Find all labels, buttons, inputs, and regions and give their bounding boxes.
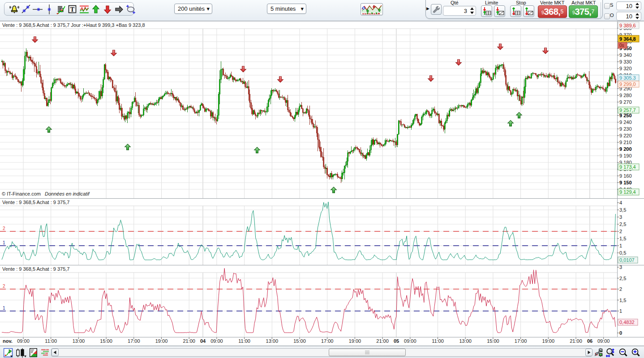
svg-text:9 330: 9 330 — [619, 59, 632, 64]
svg-text:2: 2 — [3, 284, 5, 289]
svg-text:06: 06 — [587, 338, 592, 344]
svg-text:3,5: 3,5 — [619, 207, 626, 213]
svg-text:T: T — [70, 6, 75, 13]
svg-text:Vente : 9 368,5 Achat : 9 375,: Vente : 9 368,5 Achat : 9 375,7 — [2, 200, 69, 205]
svg-text:9 257,7: 9 257,7 — [619, 107, 636, 113]
svg-text:9 190: 9 190 — [619, 153, 632, 158]
svg-text:1: 1 — [3, 306, 5, 311]
svg-text:9 270: 9 270 — [619, 99, 632, 105]
svg-text:Vente : 9 368,5 Achat : 9 375,: Vente : 9 368,5 Achat : 9 375,7 — [2, 266, 69, 272]
svg-text:0: 0 — [619, 330, 622, 336]
svg-text:2: 2 — [619, 229, 622, 234]
svg-text:0,0107: 0,0107 — [619, 257, 635, 263]
svg-text:9 240: 9 240 — [619, 119, 632, 125]
svg-text:9 200: 9 200 — [619, 146, 632, 152]
svg-text:2,5: 2,5 — [619, 276, 626, 281]
svg-text:0,4832: 0,4832 — [619, 320, 635, 325]
svg-text:9 220: 9 220 — [619, 133, 632, 138]
svg-text:9 250: 9 250 — [619, 113, 632, 118]
svg-text:Données en indicatif: Données en indicatif — [45, 191, 90, 196]
svg-text:1,5: 1,5 — [619, 236, 626, 241]
svg-text:9 160: 9 160 — [619, 173, 632, 179]
svg-text:9 340: 9 340 — [619, 52, 632, 58]
svg-text:2: 2 — [619, 286, 622, 292]
svg-text:9 129,4: 9 129,4 — [619, 189, 636, 195]
svg-text:4: 4 — [619, 200, 622, 205]
svg-text:Vente : 9 368,5 Achat : 9 375,: Vente : 9 368,5 Achat : 9 375,7 Jour :+H… — [2, 22, 145, 28]
svg-text:1: 1 — [619, 308, 622, 314]
svg-text:05: 05 — [394, 338, 399, 344]
svg-text:9 389,6: 9 389,6 — [619, 23, 636, 28]
svg-text:9 320: 9 320 — [619, 66, 632, 71]
svg-text:2: 2 — [3, 226, 5, 231]
svg-text:2,5: 2,5 — [619, 222, 626, 227]
svg-text:9 299,0: 9 299,0 — [619, 81, 636, 87]
svg-text:© IT-Finance.com: © IT-Finance.com — [2, 191, 41, 196]
svg-text:0s: 0s — [619, 43, 624, 48]
svg-text:9 150: 9 150 — [619, 180, 632, 185]
svg-text:1: 1 — [3, 240, 5, 245]
svg-text:9 210: 9 210 — [619, 140, 632, 145]
svg-text:04: 04 — [200, 338, 206, 344]
svg-text:9 364,8: 9 364,8 — [619, 36, 636, 42]
svg-text:0,5: 0,5 — [619, 250, 626, 256]
svg-text:1: 1 — [619, 243, 622, 248]
svg-text:3: 3 — [619, 214, 622, 220]
svg-text:9 173,4: 9 173,4 — [619, 164, 636, 170]
svg-text:9 305.3: 9 305.3 — [619, 75, 636, 81]
svg-text:nov.: nov. — [3, 338, 13, 344]
svg-text:1,5: 1,5 — [619, 298, 626, 303]
svg-text:3: 3 — [619, 264, 622, 270]
svg-text:9 230: 9 230 — [619, 126, 632, 132]
svg-text:9 280: 9 280 — [619, 93, 632, 98]
